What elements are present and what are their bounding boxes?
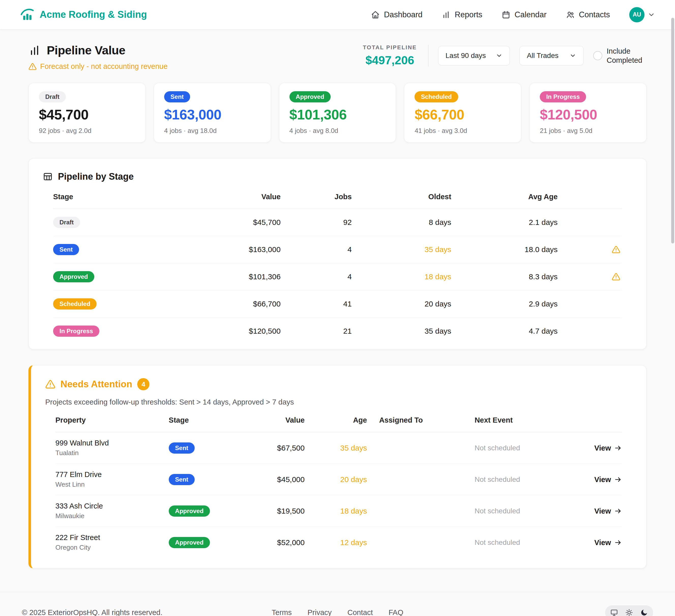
card-title: Pipeline by Stage <box>58 171 134 182</box>
scrollbar[interactable] <box>671 18 674 243</box>
calendar-icon <box>502 10 510 19</box>
nav-item-dashboard[interactable]: Dashboard <box>371 10 423 19</box>
footer-link-terms[interactable]: Terms <box>272 608 292 616</box>
col-stage: Stage <box>169 416 248 432</box>
table-row[interactable]: In Progress $120,500 21 35 days 4.7 days <box>53 318 622 345</box>
stage-badge: Sent <box>169 443 195 454</box>
table-row[interactable]: Approved $101,306 4 18 days 8.3 days <box>53 263 622 291</box>
theme-light-button[interactable] <box>625 608 633 616</box>
arrow-right-icon <box>614 539 622 546</box>
stage-badge: Approved <box>169 537 210 548</box>
contacts-icon <box>566 10 575 19</box>
chevron-down-icon <box>648 11 655 18</box>
stage-badge: Draft <box>39 91 66 102</box>
table-row[interactable]: 333 Ash Circle Milwaukie Approved $19,50… <box>55 495 622 527</box>
include-completed-toggle[interactable]: Include Completed <box>593 47 647 65</box>
warning-triangle-icon <box>557 273 620 281</box>
property-city: Oregon City <box>55 544 169 551</box>
forecast-warning-text: Forecast only - not accounting revenue <box>40 62 167 71</box>
cell-value: $52,000 <box>248 527 305 558</box>
view-label: View <box>594 475 611 484</box>
table-row[interactable]: 777 Elm Drive West Linn Sent $45,000 20 … <box>55 464 622 495</box>
view-label: View <box>594 507 611 515</box>
footer-link-contact[interactable]: Contact <box>348 608 373 616</box>
stat-card-scheduled[interactable]: Scheduled $66,700 41 jobs · avg 3.0d <box>404 83 521 143</box>
needs-attention-count-badge: 4 <box>137 378 149 390</box>
warning-triangle-icon <box>45 379 55 389</box>
cell-jobs: 4 <box>281 236 352 263</box>
attention-table-header-row: Property Stage Value Age Assigned To Nex… <box>55 416 622 432</box>
nav-item-calendar[interactable]: Calendar <box>502 10 547 19</box>
stage-badge: Scheduled <box>53 298 96 310</box>
nav-item-contacts[interactable]: Contacts <box>566 10 610 19</box>
forecast-warning: Forecast only - not accounting revenue <box>28 62 167 71</box>
stage-summary-cards: Draft $45,700 92 jobs · avg 2.0d Sent $1… <box>28 83 647 143</box>
col-assigned-to: Assigned To <box>367 416 475 432</box>
view-link[interactable]: View <box>594 475 622 484</box>
trade-select[interactable]: All Trades <box>519 46 584 65</box>
cell-avg-age: 18.0 days <box>451 236 558 263</box>
user-menu[interactable]: AU <box>629 7 655 22</box>
cell-assigned-to <box>367 464 475 495</box>
table-row[interactable]: 999 Walnut Blvd Tualatin Sent $67,500 35… <box>55 432 622 464</box>
col-jobs: Jobs <box>281 192 352 209</box>
table-row[interactable]: Scheduled $66,700 41 20 days 2.9 days <box>53 291 622 318</box>
stage-badge: Sent <box>164 91 190 102</box>
view-link[interactable]: View <box>594 444 622 452</box>
chevron-down-icon <box>496 52 503 59</box>
view-link[interactable]: View <box>594 507 622 515</box>
col-actions <box>565 416 622 432</box>
view-label: View <box>594 538 611 547</box>
page-title: Pipeline Value <box>47 43 125 57</box>
cell-avg-age: 4.7 days <box>451 318 558 345</box>
needs-attention-table: Property Stage Value Age Assigned To Nex… <box>55 416 622 558</box>
brand-logo-icon <box>20 7 34 22</box>
stat-card-draft[interactable]: Draft $45,700 92 jobs · avg 2.0d <box>28 83 146 143</box>
theme-dark-button[interactable] <box>640 608 649 616</box>
table-row[interactable]: Draft $45,700 92 8 days 2.1 days <box>53 209 622 236</box>
footer-link-privacy[interactable]: Privacy <box>307 608 332 616</box>
include-completed-label: Include Completed <box>607 47 647 65</box>
theme-system-button[interactable] <box>610 608 618 616</box>
footer-link-faq[interactable]: FAQ <box>389 608 403 616</box>
cell-jobs: 4 <box>281 263 352 291</box>
total-pipeline-value: $497,206 <box>363 53 417 67</box>
cell-assigned-to <box>367 527 475 558</box>
warning-triangle-icon <box>28 63 36 71</box>
cell-oldest: 18 days <box>352 263 451 291</box>
cell-age: 35 days <box>305 432 367 464</box>
property-city: West Linn <box>55 480 169 488</box>
view-link[interactable]: View <box>594 538 622 547</box>
stage-badge: Scheduled <box>415 91 458 102</box>
stat-value: $120,500 <box>540 106 636 123</box>
main-content: Pipeline Value Forecast only - not accou… <box>0 29 675 568</box>
stage-badge: In Progress <box>540 91 586 102</box>
vertical-divider <box>428 45 429 67</box>
pipeline-table-header-row: Stage Value Jobs Oldest Avg Age <box>53 192 622 209</box>
nav-label: Dashboard <box>384 10 423 19</box>
property-city: Tualatin <box>55 449 169 457</box>
trade-value: All Trades <box>527 52 558 60</box>
cell-assigned-to <box>367 495 475 527</box>
stat-card-in-progress[interactable]: In Progress $120,500 21 jobs · avg 5.0d <box>529 83 647 143</box>
stat-card-approved[interactable]: Approved $101,306 4 jobs · avg 8.0d <box>279 83 396 143</box>
nav-item-reports[interactable]: Reports <box>442 10 482 19</box>
brand[interactable]: Acme Roofing & Siding <box>20 7 147 22</box>
cell-value: $19,500 <box>248 495 305 527</box>
cell-oldest: 8 days <box>352 209 451 236</box>
top-nav-bar: Acme Roofing & Siding Dashboard Reports … <box>0 0 675 29</box>
table-row[interactable]: Sent $163,000 4 35 days 18.0 days <box>53 236 622 263</box>
stage-badge: Approved <box>290 91 331 102</box>
stat-meta: 21 jobs · avg 5.0d <box>540 127 636 135</box>
table-row[interactable]: 222 Fir Street Oregon City Approved $52,… <box>55 527 622 558</box>
cell-value: $67,500 <box>248 432 305 464</box>
view-label: View <box>594 444 611 452</box>
col-avg-age: Avg Age <box>451 192 558 209</box>
page-footer: © 2025 ExteriorOpsHQ. All rights reserve… <box>0 592 675 616</box>
stat-card-sent[interactable]: Sent $163,000 4 jobs · avg 18.0d <box>154 83 271 143</box>
chevron-down-icon <box>570 52 576 59</box>
col-stage: Stage <box>53 192 178 209</box>
cell-age: 20 days <box>305 464 367 495</box>
include-completed-checkbox[interactable] <box>593 51 602 60</box>
date-range-select[interactable]: Last 90 days <box>438 46 510 65</box>
